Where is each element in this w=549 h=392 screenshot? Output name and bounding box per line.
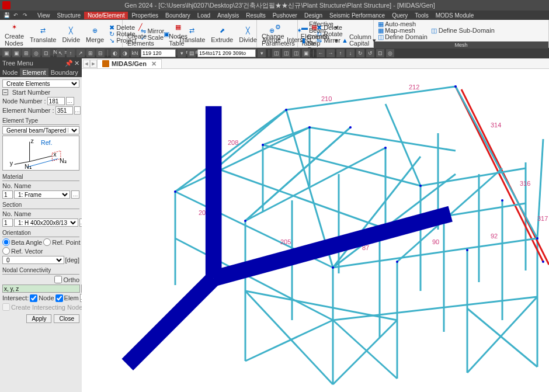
ref-point-radio[interactable] [43,238,51,246]
menu-view[interactable]: View [34,12,54,19]
close-button[interactable]: Close [54,314,79,323]
tb-icon[interactable]: ▣ [2,49,11,57]
tb-icon[interactable]: ↓ [346,49,355,57]
intersect-elem-check[interactable] [55,294,63,302]
qat-undo-icon[interactable]: ↶ [12,11,20,19]
tb-icon[interactable]: ← [317,49,325,57]
tb-icon[interactable]: ↑ [336,49,345,57]
tb-icon[interactable]: → [326,49,335,57]
svg-text:z: z [31,137,34,144]
tab-close-icon[interactable]: ✕ [151,60,157,68]
doc-tab-label: MIDAS/Gen [112,60,147,67]
tb-icon[interactable]: ◫ [272,49,280,57]
tb-icon[interactable]: ↺ [366,49,374,57]
divide-elements-button[interactable]: ╳Divide [237,25,259,44]
tb-icon[interactable]: ↑ [67,49,75,57]
menu-boundary[interactable]: Boundary [162,12,194,19]
menu-analysis[interactable]: Analysis [214,12,242,19]
effective-beam-button[interactable]: ▬Effective Beam ▾ [300,21,339,34]
create-nodes-button[interactable]: ✶Create Nodes [2,21,26,47]
menu-load[interactable]: Load [194,12,214,19]
node-number-label: Node Number : [2,98,46,105]
svg-line-7 [27,159,58,168]
menu-pushover[interactable]: Pushover [269,12,301,19]
doc-tab[interactable]: MIDAS/Gen ✕ [97,59,162,68]
tb-icon[interactable]: ⊟ [96,49,105,57]
element-number-more[interactable]: … [74,106,81,115]
svg-text:N₂: N₂ [60,157,67,164]
define-subdomain-button[interactable]: ◫Define Sub-Domain [430,27,496,34]
tb-icon[interactable]: kN [131,49,139,57]
tb-icon[interactable]: ↖ [57,49,65,57]
qat-save-icon[interactable]: 💾 [2,11,11,19]
beta-val-select[interactable]: 0 [2,256,64,264]
sec-no-input[interactable] [2,218,13,227]
tb-icon[interactable]: ◫ [292,49,300,57]
coord2-input[interactable] [197,49,256,57]
ortho-check[interactable] [54,276,62,283]
menu-properties[interactable]: Properties [128,12,162,19]
sec-name-select[interactable]: 1: H 400x200x8/13 [14,218,78,227]
tab-next-icon[interactable]: ► [90,60,97,68]
menu-seismic[interactable]: Seismic Performance [326,12,388,19]
extrude-button[interactable]: ⬈Extrude [209,25,235,44]
tb-icon[interactable]: ◫ [282,49,290,57]
tb-icon[interactable]: ↗ [77,49,85,57]
mat-name-select[interactable]: 1: Frame [14,190,70,199]
element-type-head: Element Type [2,117,79,125]
xyz-input[interactable] [2,285,80,293]
pin-icon[interactable]: 📌 [65,60,73,67]
ref-vector-radio[interactable] [2,247,10,255]
beta-angle-radio[interactable] [2,238,10,246]
tab-node[interactable]: Node [0,68,20,77]
element-number-input[interactable] [55,106,73,115]
tb-icon[interactable]: ▣ [12,49,20,57]
coord1-input[interactable] [141,49,176,57]
svg-line-2 [30,156,53,162]
tb-icon[interactable]: ▣ [302,49,310,57]
column-capital-button[interactable]: ▲Column Capital ▾ [340,34,377,47]
menu-query[interactable]: Query [388,12,411,19]
viewport[interactable]: 208210212 314316317 20320587 9092 [82,69,549,392]
tb-icon[interactable]: ◐ [111,49,119,57]
intersect-node-check[interactable] [30,294,37,302]
menu-node-element[interactable]: Node/Element [84,12,128,19]
mat-no-input[interactable] [2,190,13,199]
panel-title-select[interactable]: Create Elements [2,79,79,88]
tb-icon[interactable]: ◎ [32,49,40,57]
tb-icon[interactable]: ⊡ [42,49,50,57]
create-elements-button[interactable]: ╱Create Elements [125,21,157,47]
elements-big-icon[interactable]: ▣ [158,27,175,41]
tb-icon[interactable]: ▾ [258,49,266,57]
qat-redo-icon[interactable]: ↷ [21,11,29,19]
element-type-select[interactable]: General beam/Tapered beam [2,126,79,134]
tb-icon[interactable]: ⊡ [376,49,384,57]
translate-nodes-button[interactable]: ⇄Translate [27,25,58,44]
tab-prev-icon[interactable]: ◄ [83,60,90,68]
menu-results[interactable]: Results [242,12,269,19]
menu-mods[interactable]: MODS Module [432,12,478,19]
tb-icon[interactable]: ⊞ [22,49,30,57]
tb-icon[interactable]: ▤ [187,49,196,57]
change-parameters-button[interactable]: ⚙Change Parameters [259,21,297,47]
tb-icon[interactable]: ▾ [178,49,186,57]
tb-icon[interactable]: ◎ [386,49,394,57]
translate-elements-button[interactable]: ⇄Translate [176,25,207,44]
tab-element[interactable]: Element [20,68,48,77]
close-icon[interactable]: ✕ [74,60,79,67]
node-number-more[interactable]: … [66,97,74,105]
node-number-input[interactable] [47,97,65,105]
tb-icon[interactable]: ◑ [121,49,129,57]
define-domain-button[interactable]: ◫Define Domain [376,34,429,40]
tb-icon[interactable]: ⊞ [86,49,95,57]
menu-design[interactable]: Design [301,12,326,19]
menu-tools[interactable]: Tools [411,12,432,19]
column-strip-button[interactable]: ▮Column Strip ▾ [300,34,339,47]
mat-more[interactable]: … [71,190,79,199]
merge-nodes-button[interactable]: ⊕Merge [84,25,106,44]
apply-button[interactable]: Apply [26,314,51,323]
divide-nodes-button[interactable]: ╳Divide [60,25,82,44]
menu-structure[interactable]: Structure [54,12,85,19]
tb-icon[interactable]: ↻ [356,49,364,57]
tab-boundary[interactable]: Boundary [48,68,81,77]
